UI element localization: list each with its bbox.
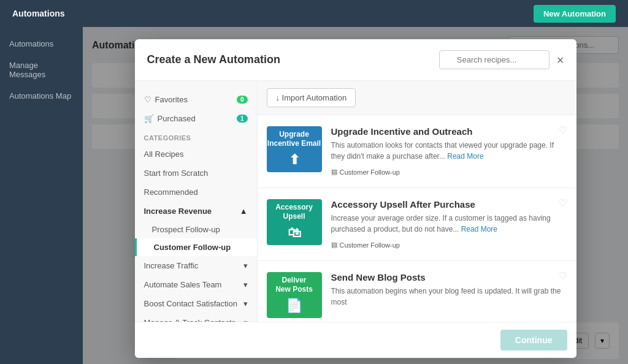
recipe-card-3: Deliver New Posts 📄 Send New Blog Posts … <box>258 261 576 322</box>
modal-close-button[interactable]: × <box>557 54 564 66</box>
chevron-up-icon: ▲ <box>240 207 248 216</box>
recipe-info-2: Accessory Upsell After Purchase Increase… <box>331 199 567 249</box>
main-layout: Automations Manage Messages Automations … <box>0 27 628 364</box>
recipe-tag-1: ▤ Customer Follow-up <box>331 168 400 176</box>
cat-boost-contact[interactable]: Boost Contact Satisfaction ▾ <box>135 294 257 313</box>
recipe-title-2: Accessory Upsell After Purchase <box>331 199 567 210</box>
import-automation-button[interactable]: ↓ Import Automation <box>267 88 356 107</box>
modal-content-area: ↓ Import Automation Upgrade Incentive Em… <box>258 81 576 322</box>
cat-increase-revenue[interactable]: Increase Revenue ▲ <box>135 202 257 221</box>
import-bar: ↓ Import Automation <box>258 81 576 115</box>
sidebar-item-favorites[interactable]: ♡ Favorites 0 <box>135 90 257 109</box>
purchased-badge: 1 <box>237 115 248 123</box>
modal-title: Create a New Automation <box>147 53 280 66</box>
new-automation-button[interactable]: New Automation <box>534 5 616 23</box>
recipe-thumb-3: Deliver New Posts 📄 <box>267 272 322 318</box>
continue-button[interactable]: Continue <box>500 330 567 351</box>
recipe-thumb-2: Accessory Upsell 🛍 <box>267 199 322 245</box>
favorite-button-1[interactable]: ♡ <box>559 124 567 136</box>
modal-search-wrapper: 🔍 <box>439 50 550 69</box>
tag-icon-2: ▤ <box>331 241 337 249</box>
top-nav: Automations New Automation <box>0 0 628 27</box>
sidebar-item-automations[interactable]: Automations <box>0 33 83 55</box>
modal-body: ♡ Favorites 0 🛒 Purchased 1 <box>135 81 576 322</box>
chevron-down-icon: ▾ <box>243 261 248 270</box>
sidebar-item-automations-map[interactable]: Automations Map <box>0 85 83 107</box>
upsell-icon: 🛍 <box>288 224 301 242</box>
tag-icon-1: ▤ <box>331 168 337 176</box>
recipe-desc-2: Increase your average order size. If a c… <box>331 213 567 235</box>
heart-icon: ♡ <box>144 95 151 104</box>
modal-sidebar: ♡ Favorites 0 🛒 Purchased 1 <box>135 81 258 322</box>
recipe-info-1: Upgrade Incentive and Outreach This auto… <box>331 126 567 176</box>
categories-label: CATEGORIES <box>135 128 257 145</box>
top-nav-title: Automations <box>12 9 65 18</box>
favorites-badge: 0 <box>237 96 248 104</box>
read-more-link-2[interactable]: Read More <box>461 225 497 233</box>
modal-overlay: Create a New Automation 🔍 × <box>83 27 628 364</box>
recipe-desc-1: This automation looks for contacts that … <box>331 140 567 162</box>
recipe-info-3: Send New Blog Posts This automation begi… <box>331 272 567 311</box>
chevron-down-icon-3: ▾ <box>243 299 248 308</box>
recipe-desc-3: This automation begins when your blog fe… <box>331 286 567 308</box>
cart-icon: 🛒 <box>144 114 154 123</box>
modal-header-right: 🔍 × <box>439 50 564 69</box>
cat-manage-track[interactable]: Manage & Track Contacts ▾ <box>135 313 257 322</box>
recipe-tag-2: ▤ Customer Follow-up <box>331 241 400 249</box>
cat-customer-followup[interactable]: Customer Follow-up <box>135 238 257 256</box>
modal-header: Create a New Automation 🔍 × <box>135 39 576 81</box>
sidebar-item-manage-messages[interactable]: Manage Messages <box>0 55 83 85</box>
favorite-button-2[interactable]: ♡ <box>559 197 567 209</box>
sidebar: Automations Manage Messages Automations … <box>0 27 83 364</box>
cat-start-from-scratch[interactable]: Start from Scratch <box>135 164 257 183</box>
sidebar-item-purchased[interactable]: 🛒 Purchased 1 <box>135 109 257 128</box>
modal-search-input[interactable] <box>439 50 550 69</box>
recipe-card-1: Upgrade Incentive Email ⬆ Upgrade Incent… <box>258 115 576 188</box>
favorite-button-3[interactable]: ♡ <box>559 270 567 282</box>
main-content: Automations Show Start Triggers 🔍 <box>83 27 628 364</box>
modal-footer: Continue <box>135 322 576 358</box>
cat-recommended[interactable]: Recommended <box>135 183 257 202</box>
recipe-title-1: Upgrade Incentive and Outreach <box>331 126 567 137</box>
create-automation-modal: Create a New Automation 🔍 × <box>135 39 576 358</box>
read-more-link-1[interactable]: Read More <box>447 152 483 161</box>
deliver-icon: 📄 <box>286 297 302 315</box>
cat-all-recipes[interactable]: All Recipes <box>135 145 257 164</box>
recipe-thumb-1: Upgrade Incentive Email ⬆ <box>267 126 322 172</box>
recipe-title-3: Send New Blog Posts <box>331 272 567 282</box>
cat-prospect-followup[interactable]: Prospect Follow-up <box>135 221 257 238</box>
recipe-card-2: Accessory Upsell 🛍 Accessory Upsell Afte… <box>258 188 576 261</box>
favorites-label: ♡ Favorites <box>144 95 188 104</box>
cat-automate-sales[interactable]: Automate Sales Team ▾ <box>135 275 257 294</box>
upgrade-icon: ⬆ <box>289 151 300 169</box>
purchased-label: 🛒 Purchased <box>144 114 196 123</box>
chevron-down-icon-2: ▾ <box>243 280 248 289</box>
cat-increase-traffic[interactable]: Increase Traffic ▾ <box>135 256 257 275</box>
